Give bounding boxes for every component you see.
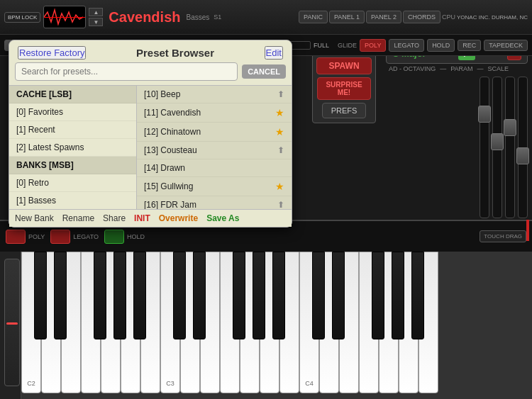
save-as-button[interactable]: Save As <box>206 213 239 223</box>
list-item[interactable]: BANKS [MSB] <box>9 157 136 174</box>
pitch-bend[interactable] <box>4 259 20 386</box>
glide-label: GLIDE <box>338 42 357 49</box>
panel2-button[interactable]: PANEL 2 <box>366 11 401 23</box>
black-key-Ds2[interactable] <box>54 252 67 339</box>
company-label: YONAC INC. DURHAM, NC <box>457 14 528 21</box>
panel1-button[interactable]: PANEL 1 <box>329 11 365 23</box>
piano-octave-4: C4 <box>299 252 438 399</box>
list-item-cavendish[interactable]: [11] Cavendish ★ <box>137 103 292 123</box>
list-item[interactable]: [1] Basses <box>9 192 136 209</box>
black-key-Cs2[interactable] <box>34 252 47 339</box>
black-key-As2[interactable] <box>133 252 146 339</box>
rec-button[interactable]: REC <box>458 40 481 51</box>
list-item[interactable]: [10] Beep ⬆ <box>137 86 292 103</box>
init-button[interactable]: INIT <box>134 213 150 223</box>
top-bar-left: BPM LOCK ▲ ▼ Cavendish Basses S1 <box>0 6 221 28</box>
chords-button[interactable]: CHORDS <box>403 11 440 23</box>
slider-4[interactable] <box>518 77 528 218</box>
app-subtitle: Basses <box>187 13 210 21</box>
list-item[interactable]: [1] Recent <box>9 121 136 139</box>
overwrite-button[interactable]: Overwrite <box>159 213 198 223</box>
tempo-down-button[interactable]: ▼ <box>89 18 103 26</box>
list-item[interactable]: [2] Latest Spawns <box>9 139 136 157</box>
restore-factory-button[interactable]: Restore Factory <box>18 46 86 60</box>
piano-octave-2: C2 <box>21 252 160 399</box>
slider-2[interactable] <box>492 77 502 218</box>
tempo-up-button[interactable]: ▲ <box>89 8 103 16</box>
hold-toggle[interactable] <box>104 230 124 244</box>
hold-toggle-label: HOLD <box>127 233 145 240</box>
poly-toggle-label: POLY <box>28 233 45 240</box>
list-item[interactable]: [12] Chinatown ★ <box>137 123 292 142</box>
spawn-prefs-button[interactable]: PREFS <box>322 103 367 118</box>
tempo-arrows: ▲ ▼ <box>89 8 103 26</box>
top-nav-buttons: PANIC PANEL 1 PANEL 2 CHORDS CPU YONAC I… <box>299 11 532 23</box>
red-accent <box>526 220 529 241</box>
list-item[interactable]: [0] Favorites <box>9 103 136 121</box>
black-key-Ds3[interactable] <box>193 252 206 339</box>
list-item[interactable]: [0] Retro <box>9 174 136 192</box>
pitch-bend-area <box>0 252 21 399</box>
black-key-Ds4[interactable] <box>332 252 345 339</box>
pb-footer: New Bank Rename Share INIT Overwrite Sav… <box>9 209 292 227</box>
waveform-display <box>43 6 86 28</box>
legato-toggle[interactable] <box>50 230 70 244</box>
pb-title: Preset Browser <box>136 47 214 59</box>
black-key-Fs3[interactable] <box>233 252 245 339</box>
new-bank-button[interactable]: New Bank <box>15 213 54 223</box>
preset-browser: Restore Factory Preset Browser Edit CANC… <box>9 40 292 227</box>
pb-header: Restore Factory Preset Browser Edit <box>9 40 292 62</box>
preset-search-input[interactable] <box>15 62 238 81</box>
list-item[interactable]: [15] Gullwing ★ <box>137 177 292 196</box>
list-item[interactable]: CACHE [LSB] <box>9 86 136 103</box>
tapedeck-button[interactable]: TAPEDECK <box>484 40 528 51</box>
share-button[interactable]: Share <box>103 213 126 223</box>
black-key-Gs3[interactable] <box>253 252 265 339</box>
legato-button[interactable]: LEGATO <box>389 39 424 52</box>
list-item[interactable]: [16] FDR Jam ⬆ <box>137 196 292 209</box>
black-key-Cs4[interactable] <box>312 252 325 339</box>
param-row: AD - OCTAVING — PARAM — SCALE <box>386 64 528 74</box>
right-sliders <box>386 77 528 218</box>
pb-right-list: [10] Beep ⬆ [11] Cavendish ★ [12] Chinat… <box>137 86 292 209</box>
pb-edit-button[interactable]: Edit <box>265 46 283 60</box>
black-key-Fs4[interactable] <box>372 252 384 339</box>
bpm-lock-button[interactable]: BPM LOCK <box>4 12 40 23</box>
black-key-Gs4[interactable] <box>392 252 404 339</box>
app-title: Cavendish <box>109 9 180 26</box>
spawn-button[interactable]: SPAWN <box>316 57 371 74</box>
key-scale-panel: C Major ▶ AD - OCTAVING — PARAM — SCALE <box>386 43 528 218</box>
piano-octave-3: C3 <box>160 252 299 399</box>
piano-area: POLY LEGATO HOLD TOUCH DRAG C2C3C4 <box>0 220 532 399</box>
slider-3[interactable] <box>505 77 515 218</box>
black-key-As3[interactable] <box>272 252 285 339</box>
legato-toggle-label: LEGATO <box>73 233 99 240</box>
black-key-Fs2[interactable] <box>94 252 106 339</box>
black-key-Cs3[interactable] <box>173 252 186 339</box>
app-version: S1 <box>214 13 221 21</box>
slider-1[interactable] <box>480 77 489 218</box>
synth-full-label: FULL <box>314 42 329 49</box>
black-key-As4[interactable] <box>411 252 424 339</box>
top-bar: BPM LOCK ▲ ▼ Cavendish Basses S1 PANIC P… <box>0 0 532 35</box>
cpu-label: CPU <box>442 13 455 21</box>
preset-cancel-button[interactable]: CANCEL <box>242 64 286 79</box>
poly-toggle[interactable] <box>6 230 26 244</box>
keys-container: C2C3C4 <box>21 252 532 399</box>
surprise-button[interactable]: SURPRISE ME! <box>317 77 371 100</box>
panic-button[interactable]: PANIC <box>299 11 328 23</box>
touch-drag-button[interactable]: TOUCH DRAG <box>480 230 526 242</box>
list-item[interactable]: [14] Drawn <box>137 159 292 177</box>
pb-lists: CACHE [LSB] [0] Favorites [1] Recent [2]… <box>9 85 292 209</box>
black-key-Gs2[interactable] <box>113 252 126 339</box>
rename-button[interactable]: Rename <box>62 213 94 223</box>
pb-search-row: CANCEL <box>9 62 292 85</box>
pb-left-list: CACHE [LSB] [0] Favorites [1] Recent [2]… <box>9 86 137 209</box>
hold-button[interactable]: HOLD <box>427 39 455 52</box>
list-item[interactable]: [13] Cousteau ⬆ <box>137 142 292 159</box>
piano-keys: C2C3C4 <box>0 252 532 399</box>
poly-button[interactable]: POLY <box>360 39 386 52</box>
